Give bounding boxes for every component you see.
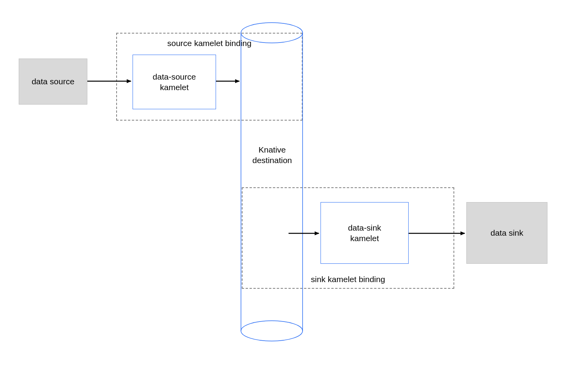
source-kamelet-box: data-source kamelet [133,55,216,109]
svg-point-3 [241,321,303,341]
data-source-box: data source [19,59,87,105]
diagram-stage: source kamelet binding sink kamelet bind… [0,0,588,366]
data-sink-label: data sink [491,227,523,238]
sink-binding-label: sink kamelet binding [242,274,454,284]
source-kamelet-label: data-source kamelet [153,71,196,93]
sink-kamelet-box: data-sink kamelet [321,202,409,264]
knative-label: Knative destination [241,144,303,166]
data-sink-box: data sink [466,202,547,264]
sink-kamelet-label: data-sink kamelet [348,222,381,244]
source-binding-label: source kamelet binding [116,38,303,48]
data-source-label: data source [32,76,74,87]
